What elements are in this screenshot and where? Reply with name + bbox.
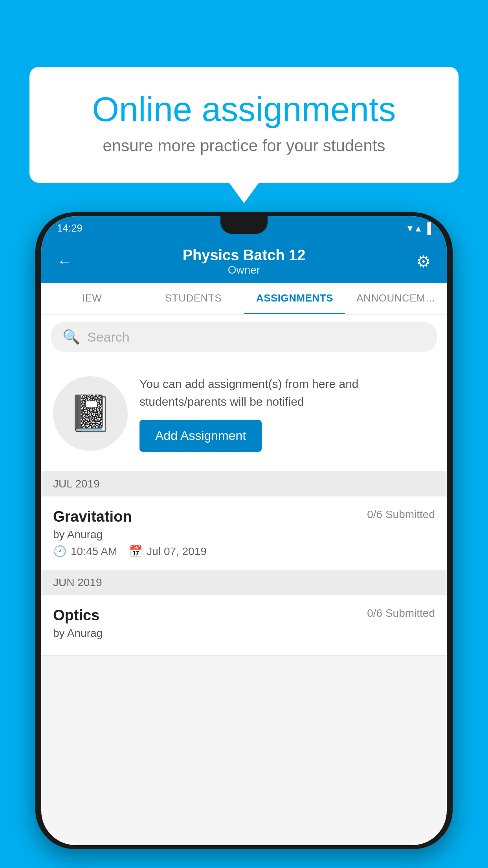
search-bar[interactable]: 🔍 Search: [51, 322, 437, 352]
tab-announcements[interactable]: ANNOUNCEM…: [345, 283, 447, 314]
batch-title: Physics Batch 12: [183, 247, 306, 264]
assignment-gravitation-submitted: 0/6 Submitted: [367, 508, 435, 521]
battery-icon: ▐: [424, 222, 431, 234]
bubble-title: Online assignments: [61, 90, 427, 129]
tab-bar: IEW STUDENTS ASSIGNMENTS ANNOUNCEM…: [41, 283, 447, 314]
assignment-gravitation-by: by Anurag: [53, 528, 435, 541]
assignment-optics-top: Optics 0/6 Submitted: [53, 607, 435, 624]
assignment-gravitation[interactable]: Gravitation 0/6 Submitted by Anurag 🕐 10…: [41, 497, 447, 570]
tab-iew[interactable]: IEW: [41, 283, 143, 314]
search-icon: 🔍: [62, 329, 80, 345]
tab-assignments[interactable]: ASSIGNMENTS: [244, 283, 345, 314]
assignment-optics-name: Optics: [53, 607, 99, 624]
assignment-optics-by: by Anurag: [53, 627, 435, 640]
add-assignment-description: You can add assignment(s) from here and …: [139, 375, 435, 410]
assignment-optics-submitted: 0/6 Submitted: [367, 607, 435, 620]
assignment-gravitation-name: Gravitation: [53, 508, 132, 525]
section-jun-2019: JUN 2019: [41, 570, 447, 595]
tab-students[interactable]: STUDENTS: [143, 283, 244, 314]
wifi-icon: ▾: [407, 222, 413, 234]
add-assignment-card: 📓 You can add assignment(s) from here an…: [41, 359, 447, 471]
calendar-icon: 📅: [129, 545, 143, 558]
assignment-optics[interactable]: Optics 0/6 Submitted by Anurag: [41, 595, 447, 656]
assignment-gravitation-meta: 🕐 10:45 AM 📅 Jul 07, 2019: [53, 545, 435, 558]
phone-screen: 14:29 ▾ ▴ ▐ ← Physics Batch 12 Owner ⚙ I…: [41, 216, 447, 845]
section-jul-2019: JUL 2019: [41, 471, 447, 497]
assignment-gravitation-time: 🕐 10:45 AM: [53, 545, 117, 558]
search-placeholder: Search: [87, 329, 130, 345]
speech-bubble: Online assignments ensure more practice …: [29, 67, 459, 183]
search-bar-container: 🔍 Search: [41, 314, 447, 359]
notebook-icon: 📓: [68, 393, 112, 434]
phone-frame: 14:29 ▾ ▴ ▐ ← Physics Batch 12 Owner ⚙ I…: [35, 212, 453, 849]
settings-icon[interactable]: ⚙: [416, 252, 431, 271]
assignment-gravitation-top: Gravitation 0/6 Submitted: [53, 508, 435, 525]
speech-bubble-container: Online assignments ensure more practice …: [29, 67, 459, 183]
clock-icon: 🕐: [53, 545, 67, 558]
signal-icon: ▴: [416, 222, 421, 234]
add-assignment-button[interactable]: Add Assignment: [139, 420, 262, 452]
status-time: 14:29: [57, 222, 83, 234]
bubble-subtitle: ensure more practice for your students: [61, 136, 427, 155]
top-bar: ← Physics Batch 12 Owner ⚙: [41, 240, 447, 283]
add-assignment-right: You can add assignment(s) from here and …: [139, 375, 435, 452]
top-bar-center: Physics Batch 12 Owner: [183, 247, 306, 276]
batch-role: Owner: [183, 264, 306, 276]
status-icons: ▾ ▴ ▐: [407, 222, 431, 234]
back-button[interactable]: ←: [57, 253, 72, 270]
assignment-icon-circle: 📓: [53, 376, 128, 451]
notch: [220, 216, 268, 234]
assignment-gravitation-date: 📅 Jul 07, 2019: [129, 545, 207, 558]
